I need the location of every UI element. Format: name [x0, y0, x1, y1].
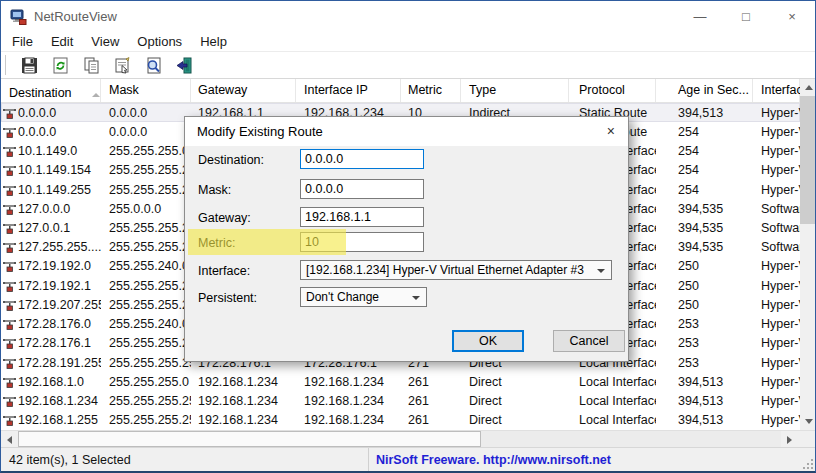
- cell-destination: 172.19.192.1: [1, 279, 101, 293]
- cell-type: Direct: [461, 413, 569, 427]
- column-header-mask[interactable]: Mask: [101, 79, 191, 102]
- mask-label: Mask:: [198, 183, 231, 197]
- table-row[interactable]: 192.168.1.234255.255.255.255192.168.1.23…: [1, 392, 800, 411]
- cell-mask: 255.255.255.255: [101, 298, 191, 312]
- netrouteview-window: NetRouteView — □ × File Edit View Option…: [0, 0, 816, 473]
- column-header-protocol[interactable]: Protocol: [569, 79, 656, 102]
- column-header-type[interactable]: Type: [461, 79, 569, 102]
- refresh-button[interactable]: [49, 54, 71, 76]
- copy-button[interactable]: [80, 54, 102, 76]
- status-items-count: 42 item(s), 1 Selected: [1, 448, 369, 471]
- find-button[interactable]: [142, 54, 164, 76]
- window-title: NetRouteView: [34, 9, 117, 24]
- cell-destination: 172.28.176.0: [1, 317, 101, 331]
- modify-route-dialog: Modify Existing Route × Destination: Mas…: [184, 116, 629, 362]
- menu-file[interactable]: File: [3, 33, 42, 51]
- cell-interface_ip: 192.168.1.234: [296, 413, 401, 427]
- maximize-button[interactable]: □: [723, 1, 769, 32]
- nirsoft-link[interactable]: NirSoft Freeware. http://www.nirsoft.net: [369, 453, 611, 467]
- save-icon: [20, 56, 39, 75]
- cancel-button[interactable]: Cancel: [553, 330, 625, 352]
- cell-age: 250: [656, 259, 753, 273]
- minimize-button[interactable]: —: [677, 1, 723, 32]
- cell-interface: Hyper-V Virtual Ethernet Adapter: [753, 106, 800, 120]
- horizontal-scrollbar[interactable]: [1, 430, 815, 447]
- menu-edit[interactable]: Edit: [42, 33, 82, 51]
- save-button[interactable]: [18, 54, 40, 76]
- column-header-age[interactable]: Age in Sec...: [656, 79, 753, 102]
- cell-destination: 0.0.0.0: [1, 106, 101, 120]
- properties-button[interactable]: [111, 54, 133, 76]
- toolbar-grip: [5, 55, 7, 75]
- cell-age: 253: [656, 317, 753, 331]
- cell-mask: 255.255.255.255: [101, 221, 191, 235]
- cell-destination: 10.1.149.154: [1, 163, 101, 177]
- column-header-interface-name[interactable]: Interface Name: [753, 79, 800, 102]
- scroll-right-button[interactable]: [781, 431, 798, 448]
- cell-interface: Hyper-V Virtual Ethernet Adapter: [753, 356, 800, 370]
- ok-button[interactable]: OK: [452, 330, 524, 352]
- cell-interface: Hyper-V Virtual Ethernet Adapter: [753, 394, 800, 408]
- destination-field[interactable]: [300, 149, 424, 169]
- cell-interface: Hyper-V Virtual Ethernet Adapter: [753, 336, 800, 350]
- horizontal-scroll-thumb[interactable]: [18, 431, 481, 447]
- vertical-scrollbar[interactable]: [800, 79, 816, 430]
- cell-destination: 127.0.0.1: [1, 221, 101, 235]
- column-header-destination[interactable]: Destination: [1, 79, 101, 102]
- route-icon: [3, 222, 16, 234]
- column-header-gateway[interactable]: Gateway: [191, 79, 296, 102]
- cell-age: 250: [656, 298, 753, 312]
- cell-mask: 255.0.0.0: [101, 202, 191, 216]
- persistent-label: Persistent:: [198, 291, 257, 305]
- cell-age: 394,535: [656, 202, 753, 216]
- menu-help[interactable]: Help: [191, 33, 236, 51]
- menubar: File Edit View Options Help: [1, 32, 815, 52]
- vertical-scroll-track[interactable]: [800, 224, 816, 413]
- menu-options[interactable]: Options: [128, 33, 191, 51]
- column-header-metric[interactable]: Metric: [401, 79, 461, 102]
- destination-label: Destination:: [198, 153, 264, 167]
- horizontal-scroll-track[interactable]: [481, 431, 781, 447]
- route-icon: [3, 184, 16, 196]
- scroll-up-button[interactable]: [800, 79, 816, 96]
- cell-age: 394,513: [656, 106, 753, 120]
- metric-field[interactable]: [300, 232, 424, 252]
- cell-mask: 255.255.255.255: [101, 183, 191, 197]
- route-icon: [3, 395, 16, 407]
- cell-type: Direct: [461, 375, 569, 389]
- scroll-left-button[interactable]: [1, 431, 18, 448]
- table-row[interactable]: 192.168.1.255255.255.255.255192.168.1.23…: [1, 411, 800, 430]
- route-icon: [3, 107, 16, 119]
- persistent-dropdown[interactable]: Don't Change: [300, 287, 427, 307]
- mask-field[interactable]: [300, 179, 424, 199]
- interface-dropdown[interactable]: [192.168.1.234] Hyper-V Virtual Ethernet…: [300, 260, 612, 280]
- cell-age: 394,513: [656, 375, 753, 389]
- column-header-interface-ip[interactable]: Interface IP: [296, 79, 401, 102]
- cell-destination: 127.0.0.0: [1, 202, 101, 216]
- cell-mask: 255.255.240.0: [101, 259, 191, 273]
- close-button[interactable]: ×: [769, 1, 815, 32]
- cell-age: 254: [656, 163, 753, 177]
- menu-view[interactable]: View: [82, 33, 128, 51]
- route-icon: [3, 414, 16, 426]
- scroll-down-button[interactable]: [800, 413, 816, 430]
- route-icon: [3, 241, 16, 253]
- dialog-close-button[interactable]: ×: [607, 123, 615, 139]
- cell-mask: 0.0.0.0: [101, 125, 191, 139]
- cell-interface: Hyper-V Virtual Ethernet Adapter: [753, 163, 800, 177]
- cell-destination: 10.1.149.0: [1, 144, 101, 158]
- cell-destination: 10.1.149.255: [1, 183, 101, 197]
- resize-grip[interactable]: [801, 457, 814, 470]
- vertical-scroll-thumb[interactable]: [800, 96, 816, 224]
- cell-mask: 0.0.0.0: [101, 106, 191, 120]
- refresh-icon: [51, 56, 70, 75]
- exit-button[interactable]: [173, 54, 195, 76]
- find-icon: [144, 56, 163, 75]
- scrollbar-corner: [798, 431, 815, 447]
- table-row[interactable]: 192.168.1.0255.255.255.0192.168.1.234192…: [1, 372, 800, 391]
- cell-protocol: Local Interface: [569, 413, 656, 427]
- route-icon: [3, 376, 16, 388]
- cell-age: 254: [656, 125, 753, 139]
- gateway-field[interactable]: [300, 207, 424, 227]
- cell-interface: Software Loopback Interface 1: [753, 240, 800, 254]
